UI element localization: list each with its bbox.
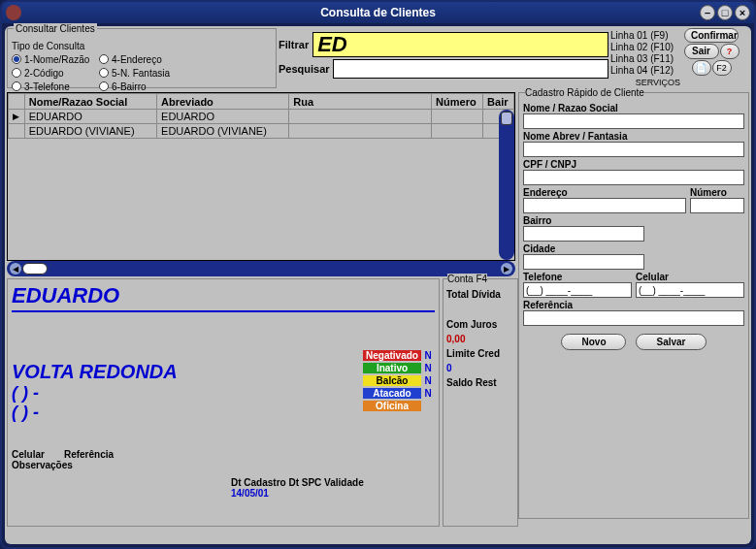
salvar-button[interactable]: Salvar: [636, 334, 706, 350]
close-icon[interactable]: ×: [735, 5, 750, 20]
scroll-left-icon[interactable]: ◀: [10, 263, 21, 274]
radio-tipo-3[interactable]: 3-Telefone: [12, 80, 99, 93]
status-oficina: Oficina: [363, 400, 435, 412]
cad-bairro-input[interactable]: [523, 226, 644, 242]
cad-referencia-input[interactable]: [523, 310, 744, 326]
clients-table[interactable]: Nome/Razao Social Abreviado Rua Número B…: [7, 92, 515, 261]
col-numero[interactable]: Número: [432, 94, 483, 110]
status-inativo: InativoN: [363, 362, 435, 374]
detail-dt-cadastro: 14/05/01: [231, 488, 364, 499]
cad-celular-input[interactable]: [636, 282, 744, 298]
table-row[interactable]: EDUARDO (VIVIANE)EDUARDO (VIVIANE): [9, 124, 514, 139]
cad-endereco-input[interactable]: [523, 198, 686, 213]
col-nome[interactable]: Nome/Razao Social: [24, 94, 156, 110]
radio-tipo-1[interactable]: 1-Nome/Razão: [12, 52, 99, 66]
f2-button[interactable]: F2: [712, 60, 732, 76]
filtrar-input[interactable]: [312, 32, 608, 57]
com-juros-label: Com Juros: [446, 319, 514, 330]
confirmar-button[interactable]: Confirmar: [684, 28, 739, 43]
col-rua[interactable]: Rua: [289, 94, 432, 110]
radio-tipo-2[interactable]: 2-Código: [12, 66, 99, 80]
status-negativado: NegativadoN: [363, 349, 435, 362]
limite-cred-value: 0: [446, 363, 514, 373]
col-bairro[interactable]: Bair: [483, 94, 514, 110]
novo-button[interactable]: Novo: [561, 334, 626, 350]
cad-numero-input[interactable]: [690, 198, 744, 213]
pesquisar-input[interactable]: [333, 59, 608, 79]
cad-nome-input[interactable]: [523, 113, 744, 129]
status-atacado: AtacadoN: [363, 387, 435, 400]
cadastro-rapido-panel: Cadastro Rápido de Cliente Nome / Razao …: [518, 92, 749, 519]
cad-cpf-input[interactable]: [523, 170, 744, 185]
sair-button[interactable]: Sair: [684, 44, 719, 59]
detail-dt-headers: Dt Cadastro Dt SPC Validade: [231, 477, 364, 488]
radio-tipo-6[interactable]: 6-Bairro: [99, 80, 186, 93]
limite-cred-label: Limite Cred: [446, 348, 514, 359]
scroll-right-icon[interactable]: ▶: [501, 263, 512, 274]
total-divida-label: Total Dívida: [446, 289, 514, 300]
detail-nome: EDUARDO: [12, 283, 435, 312]
line-shortcuts: Linha 01 (F9) Linha 02 (F10) Linha 03 (F…: [610, 28, 680, 88]
table-row[interactable]: ▶EDUARDOEDUARDO: [9, 110, 514, 124]
minimize-icon[interactable]: –: [700, 5, 715, 20]
detail-referencia-label: Referência: [64, 449, 114, 460]
filtrar-label: Filtrar: [279, 39, 309, 50]
detail-celular-label: Celular: [12, 449, 45, 460]
extra-button-1[interactable]: 📄: [692, 60, 711, 76]
conta-panel: Conta F4 Total Dívida Com Juros 0,00 Lim…: [443, 278, 518, 527]
horizontal-scrollbar[interactable]: ◀ ▶: [7, 261, 515, 276]
vertical-scrollbar[interactable]: [499, 110, 514, 260]
cad-cidade-input[interactable]: [523, 254, 644, 270]
saldo-rest-label: Saldo Rest: [446, 377, 514, 388]
maximize-icon[interactable]: □: [717, 5, 733, 20]
radio-tipo-4[interactable]: 4-Endereço: [99, 52, 186, 66]
pesquisar-label: Pesquisar: [279, 63, 329, 75]
client-detail-panel: EDUARDO VOLTA REDONDA ( ) - ( ) - Negati…: [7, 278, 440, 527]
window-title: Consulta de Clientes: [320, 6, 436, 19]
status-balcão: BalcãoN: [363, 374, 435, 387]
app-icon: [6, 5, 21, 20]
cad-abrev-input[interactable]: [523, 142, 744, 157]
radio-tipo-5[interactable]: 5-N. Fantasia: [99, 66, 186, 80]
titlebar: Consulta de Clientes – □ ×: [2, 2, 754, 23]
com-juros-value: 0,00: [446, 334, 514, 344]
cad-telefone-input[interactable]: [523, 282, 632, 298]
consultar-clientes-group: Consultar Clientes Tipo de Consulta 1-No…: [7, 28, 277, 88]
help-icon[interactable]: ?: [720, 44, 740, 59]
detail-obs-label: Observações: [12, 460, 435, 470]
col-abreviado[interactable]: Abreviado: [157, 94, 289, 110]
